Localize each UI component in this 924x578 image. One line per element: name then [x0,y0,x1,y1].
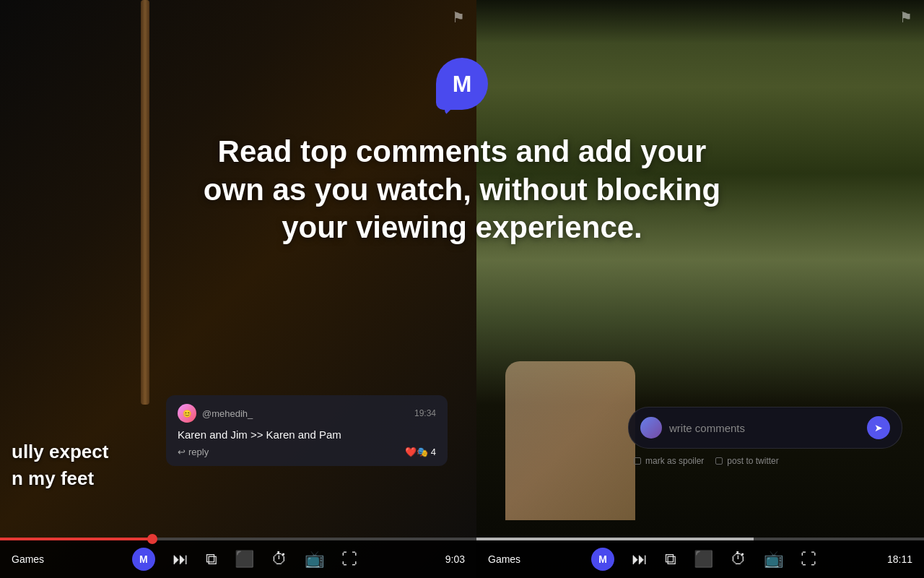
left-playlist-icon[interactable]: ⧉ [206,550,217,569]
staff-prop [141,0,149,405]
right-player-bottom: Games M ⏭ ⧉ ⬛ ⏱ 📺 ⛶ 18:11 [476,540,924,578]
left-m-button[interactable]: M [132,548,155,571]
app-container: ⚑ ully expect n my feet 😊 @mehedih_ 19:3… [0,0,924,578]
left-fullscreen-icon[interactable]: ⛶ [341,550,357,569]
right-time-display: 18:11 [887,553,912,565]
corner-flag-icon-left: ⚑ [452,9,465,26]
send-button[interactable]: ➤ [867,416,890,439]
left-show-name: Games [12,553,44,565]
reaction-count: 4 [431,447,436,457]
reply-icon: ↩ [178,447,186,457]
spoiler-checkbox[interactable] [634,457,641,465]
subtitle-line-2: n my feet [12,465,465,491]
right-player-icons: M ⏭ ⧉ ⬛ ⏱ 📺 ⛶ [591,548,816,571]
right-play-next-icon[interactable]: ⏭ [632,550,648,569]
reply-button[interactable]: ↩ reply [178,447,209,457]
left-cast-icon[interactable]: 📺 [305,550,324,569]
left-time-display: 9:03 [445,553,465,565]
twitter-label: post to twitter [727,456,778,466]
left-captions-icon[interactable]: ⬛ [235,550,254,569]
comment-username: @mehedih_ [202,408,253,419]
spoiler-label: mark as spoiler [645,456,704,466]
right-captions-icon[interactable]: ⬛ [694,550,713,569]
right-playlist-icon[interactable]: ⧉ [665,550,676,569]
twitter-option[interactable]: post to twitter [715,456,778,466]
spoiler-option[interactable]: mark as spoiler [634,456,704,466]
send-arrow-icon: ➤ [874,422,883,434]
comment-card: 😊 @mehedih_ 19:34 Karen and Jim >> Karen… [166,395,448,466]
left-speed-icon[interactable]: ⏱ [271,550,287,569]
left-player-bottom: Games M ⏭ ⧉ ⬛ ⏱ 📺 ⛶ 9:03 [0,540,476,578]
comment-timestamp: 19:34 [414,408,436,418]
right-progress-bar[interactable] [476,538,924,540]
write-comment-box[interactable]: write comments ➤ [628,407,902,449]
right-m-button[interactable]: M [591,548,614,571]
twitter-checkbox[interactable] [715,457,723,465]
comment-reactions: ❤️🎭 4 [405,447,436,457]
reaction-emojis: ❤️🎭 [405,447,428,457]
write-comment-avatar [640,417,662,439]
write-comment-container: write comments ➤ mark as spoiler post to… [628,407,902,466]
corner-flag-icon-right: ⚑ [899,9,912,26]
body-prop [505,361,635,520]
right-fullscreen-icon[interactable]: ⛶ [801,550,816,569]
comment-text: Karen and Jim >> Karen and Pam [178,428,436,441]
right-cast-icon[interactable]: 📺 [764,550,783,569]
left-video-panel: ⚑ ully expect n my feet 😊 @mehedih_ 19:3… [0,0,476,578]
left-player-icons: M ⏭ ⧉ ⬛ ⏱ 📺 ⛶ [132,548,357,571]
write-comment-placeholder[interactable]: write comments [669,422,860,434]
right-vignette [476,0,924,43]
right-speed-icon[interactable]: ⏱ [731,550,746,569]
comment-actions: ↩ reply ❤️🎭 4 [178,447,436,457]
left-player-controls: Games M ⏭ ⧉ ⬛ ⏱ 📺 ⛶ 9:03 [0,538,476,578]
right-player-controls: Games M ⏭ ⧉ ⬛ ⏱ 📺 ⛶ 18:11 [476,538,924,578]
right-progress-fill [476,538,754,540]
right-video-panel: ⚑ write comments ➤ mark as spoiler post … [476,0,924,578]
left-play-next-icon[interactable]: ⏭ [173,550,188,569]
left-progress-bar[interactable] [0,538,476,540]
comment-avatar: 😊 [178,404,196,423]
comment-header: 😊 @mehedih_ 19:34 [178,404,436,423]
reply-label: reply [188,447,209,457]
comment-options: mark as spoiler post to twitter [628,456,902,466]
left-bg [0,0,476,578]
comment-user: 😊 @mehedih_ [178,404,253,423]
left-progress-fill [0,538,152,540]
right-show-name: Games [488,553,520,565]
